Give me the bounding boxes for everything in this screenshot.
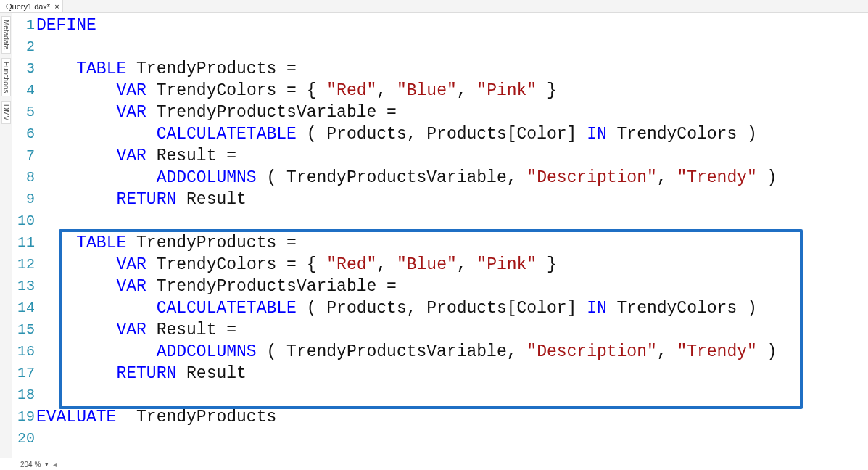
file-tab[interactable]: Query1.dax* × <box>0 0 63 12</box>
line-number: 18 <box>12 384 36 406</box>
code-line[interactable]: 11 TABLE TrendyProducts = <box>12 232 868 254</box>
side-tab-dmv[interactable]: DMV <box>1 101 11 124</box>
line-number: 8 <box>12 167 36 189</box>
code-line[interactable]: 12 VAR TrendyColors = { "Red", "Blue", "… <box>12 254 868 276</box>
line-number: 17 <box>12 363 36 384</box>
code-content[interactable]: ADDCOLUMNS ( TrendyProductsVariable, "De… <box>36 167 777 189</box>
code-line[interactable]: 2 <box>12 36 868 58</box>
code-content[interactable]: RETURN Result <box>36 189 247 210</box>
line-number: 4 <box>12 80 36 102</box>
code-line[interactable]: 3 TABLE TrendyProducts = <box>12 58 868 80</box>
code-content[interactable]: TABLE TrendyProducts = <box>36 232 297 254</box>
code-content[interactable]: VAR TrendyProductsVariable = <box>36 102 397 123</box>
code-line[interactable]: 4 VAR TrendyColors = { "Red", "Blue", "P… <box>12 80 868 102</box>
side-tab-metadata[interactable]: Metadata <box>1 16 11 54</box>
app-root: Query1.dax* × Metadata Functions DMV 1DE… <box>0 0 868 470</box>
code-content[interactable]: VAR Result = <box>36 319 236 341</box>
code-line[interactable]: 7 VAR Result = <box>12 145 868 167</box>
line-number: 7 <box>12 145 36 167</box>
line-number: 2 <box>12 36 36 58</box>
code-content[interactable]: RETURN Result <box>36 363 247 384</box>
code-content[interactable]: CALCULATETABLE ( Products, Products[Colo… <box>36 123 757 145</box>
code-line[interactable]: 13 VAR TrendyProductsVariable = <box>12 276 868 297</box>
code-content[interactable]: VAR TrendyProductsVariable = <box>36 276 397 297</box>
line-number: 6 <box>12 123 36 145</box>
code-content[interactable]: TABLE TrendyProducts = <box>36 58 297 80</box>
line-number: 10 <box>12 210 36 232</box>
zoom-level: 204 % <box>20 461 41 469</box>
line-number: 12 <box>12 254 36 276</box>
line-number: 15 <box>12 319 36 341</box>
line-number: 14 <box>12 297 36 319</box>
code-line[interactable]: 16 ADDCOLUMNS ( TrendyProductsVariable, … <box>12 341 868 363</box>
scroll-left-icon[interactable]: ◂ <box>53 461 57 469</box>
line-number: 16 <box>12 341 36 363</box>
file-tab-title: Query1.dax* <box>6 2 50 11</box>
code-editor[interactable]: 1DEFINE23 TABLE TrendyProducts =4 VAR Tr… <box>12 13 868 450</box>
line-number: 20 <box>12 428 36 450</box>
line-number: 11 <box>12 232 36 254</box>
editor-wrap: 1DEFINE23 TABLE TrendyProducts =4 VAR Tr… <box>12 13 868 458</box>
line-number: 1 <box>12 15 36 36</box>
code-line[interactable]: 15 VAR Result = <box>12 319 868 341</box>
status-bar: 204 % ▾ ◂ <box>0 458 868 470</box>
line-number: 13 <box>12 276 36 297</box>
zoom-dropdown-icon[interactable]: ▾ <box>45 461 49 468</box>
side-tab-functions[interactable]: Functions <box>1 58 11 96</box>
code-content[interactable]: CALCULATETABLE ( Products, Products[Colo… <box>36 297 757 319</box>
code-line[interactable]: 14 CALCULATETABLE ( Products, Products[C… <box>12 297 868 319</box>
code-line[interactable]: 19EVALUATE TrendyProducts <box>12 406 868 428</box>
code-content[interactable]: VAR TrendyColors = { "Red", "Blue", "Pin… <box>36 80 557 102</box>
code-line[interactable]: 8 ADDCOLUMNS ( TrendyProductsVariable, "… <box>12 167 868 189</box>
close-icon[interactable]: × <box>54 2 59 11</box>
line-number: 3 <box>12 58 36 80</box>
code-content[interactable]: EVALUATE TrendyProducts <box>36 406 276 428</box>
line-number: 19 <box>12 406 36 428</box>
code-line[interactable]: 1DEFINE <box>12 15 868 36</box>
editor-body: Metadata Functions DMV 1DEFINE23 TABLE T… <box>0 13 868 458</box>
tab-bar: Query1.dax* × <box>0 0 868 13</box>
code-line[interactable]: 20 <box>12 428 868 450</box>
code-line[interactable]: 6 CALCULATETABLE ( Products, Products[Co… <box>12 123 868 145</box>
code-content[interactable]: VAR TrendyColors = { "Red", "Blue", "Pin… <box>36 254 557 276</box>
line-number: 9 <box>12 189 36 210</box>
code-line[interactable]: 9 RETURN Result <box>12 189 868 210</box>
line-number: 5 <box>12 102 36 123</box>
code-line[interactable]: 17 RETURN Result <box>12 363 868 384</box>
side-tab-strip: Metadata Functions DMV <box>0 13 12 458</box>
code-line[interactable]: 10 <box>12 210 868 232</box>
code-line[interactable]: 5 VAR TrendyProductsVariable = <box>12 102 868 123</box>
code-content[interactable]: VAR Result = <box>36 145 236 167</box>
code-content[interactable]: ADDCOLUMNS ( TrendyProductsVariable, "De… <box>36 341 777 363</box>
code-content[interactable]: DEFINE <box>36 15 96 36</box>
code-line[interactable]: 18 <box>12 384 868 406</box>
